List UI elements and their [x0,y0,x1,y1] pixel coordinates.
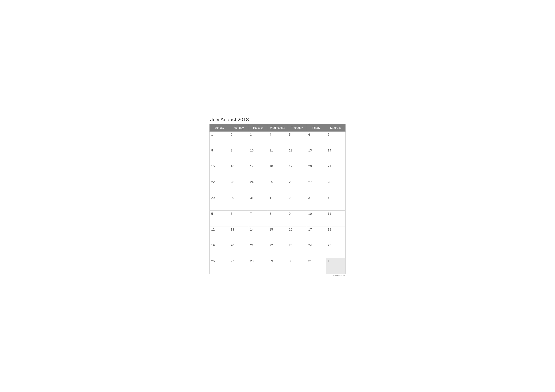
calendar-cell: 18 [326,227,345,242]
calendar-cell: 24 [307,242,326,258]
calendar-cell: 10 [307,211,326,227]
calendar-cell: 3 [248,132,268,147]
calendar-cell: 6 [307,132,326,147]
calendar-cell: 11 [326,211,345,227]
calendar-row: 567891011 [210,211,345,227]
calendar-row: 22232425262728 [210,179,345,195]
calendar-cell: 19 [210,242,229,258]
calendar-cell: 2 [287,195,307,211]
calendar-cell: 10 [248,147,268,163]
calendar-row: 15161718192021 [210,163,345,179]
calendar-row: 19202122232425 [210,242,345,258]
calendar-cell: 24 [248,179,268,195]
calendar-cell: 8 [268,211,287,227]
calendar-cell: 9 [287,211,307,227]
calendar-body: 1234567891011121314151617181920212223242… [210,132,345,274]
calendar-cell: 4 [326,195,345,211]
calendar-cell: 27 [307,179,326,195]
calendar-cell: 29 [268,258,287,274]
calendar-cell: 22 [210,179,229,195]
header-cell-monday: Monday [229,124,248,132]
calendar-cell: 26 [287,179,307,195]
calendar-cell: 7 [248,211,268,227]
header-cell-saturday: Saturday [326,124,345,132]
calendar-cell: 9 [229,147,248,163]
calendar-cell: 17 [248,163,268,179]
header-row: SundayMondayTuesdayWednesdayThursdayFrid… [210,124,345,132]
calendar-cell: 27 [229,258,248,274]
calendar-cell: 1 [268,195,287,211]
calendar-cell: 22 [268,242,287,258]
footer-credit: iCalendars.net [210,275,345,277]
calendar-container: July August 2018 SundayMondayTuesdayWedn… [206,112,349,280]
calendar-cell: 1 [210,132,229,147]
calendar-cell: 15 [210,163,229,179]
header-cell-friday: Friday [307,124,326,132]
calendar-cell: 26 [210,258,229,274]
calendar-cell: 30 [229,195,248,211]
calendar-cell: 25 [268,179,287,195]
calendar-row: 2930311234 [210,195,345,211]
calendar-cell: 28 [248,258,268,274]
calendar-row: 12131415161718 [210,227,345,242]
calendar-cell: 5 [210,211,229,227]
calendar-cell: 31 [307,258,326,274]
header-cell-thursday: Thursday [287,124,307,132]
calendar-cell: 6 [229,211,248,227]
calendar-table: SundayMondayTuesdayWednesdayThursdayFrid… [210,124,345,274]
calendar-cell: 21 [326,163,345,179]
calendar-title: July August 2018 [210,117,345,122]
calendar-cell: 1 [326,258,345,274]
calendar-cell: 5 [287,132,307,147]
calendar-cell: 3 [307,195,326,211]
calendar-cell: 11 [268,147,287,163]
calendar-cell: 23 [287,242,307,258]
calendar-cell: 4 [268,132,287,147]
calendar-cell: 16 [287,227,307,242]
calendar-cell: 28 [326,179,345,195]
calendar-cell: 30 [287,258,307,274]
calendar-cell: 13 [229,227,248,242]
calendar-cell: 20 [229,242,248,258]
calendar-cell: 2 [229,132,248,147]
calendar-cell: 18 [268,163,287,179]
calendar-cell: 29 [210,195,229,211]
header-cell-tuesday: Tuesday [248,124,268,132]
header-cell-sunday: Sunday [210,124,229,132]
calendar-cell: 17 [307,227,326,242]
calendar-row: 891011121314 [210,147,345,163]
calendar-cell: 7 [326,132,345,147]
header-cell-wednesday: Wednesday [268,124,287,132]
calendar-cell: 8 [210,147,229,163]
calendar-cell: 25 [326,242,345,258]
calendar-cell: 20 [307,163,326,179]
calendar-cell: 12 [210,227,229,242]
calendar-row: 2627282930311 [210,258,345,274]
calendar-cell: 23 [229,179,248,195]
calendar-row: 1234567 [210,132,345,147]
calendar-cell: 14 [248,227,268,242]
calendar-cell: 19 [287,163,307,179]
calendar-cell: 16 [229,163,248,179]
calendar-cell: 31 [248,195,268,211]
calendar-cell: 15 [268,227,287,242]
calendar-header: SundayMondayTuesdayWednesdayThursdayFrid… [210,124,345,132]
calendar-cell: 12 [287,147,307,163]
calendar-cell: 21 [248,242,268,258]
calendar-cell: 13 [307,147,326,163]
calendar-cell: 14 [326,147,345,163]
